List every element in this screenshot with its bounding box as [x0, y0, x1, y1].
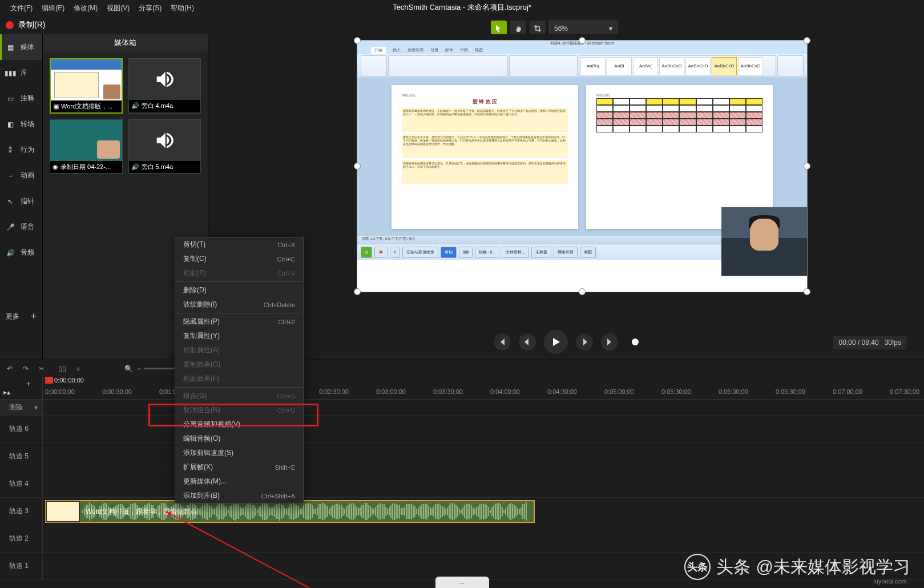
- menu-edit[interactable]: 编辑(E): [37, 1, 69, 15]
- tab-annotation[interactable]: ▭注释: [0, 86, 42, 111]
- context-menu-item[interactable]: 编辑音频(O): [175, 432, 303, 446]
- left-panel: ▦媒体 ▮▮▮库 ▭注释 ◧转场 ⁑行为 →动画 ↖指针 🎤语音 🔊音频 更多 …: [0, 34, 43, 360]
- timeline-clip[interactable]: Word文档排版，跟着学，照着做就会: [45, 500, 535, 523]
- canvas[interactable]: 初级4.3A 5期实操5 - Microsoft Word 开始 插入 页面布局…: [357, 40, 808, 292]
- redo-button[interactable]: ↷: [21, 364, 31, 374]
- marker-button[interactable]: ▿: [73, 364, 83, 374]
- context-menu-item[interactable]: 更新媒体(M)...: [175, 474, 303, 489]
- playhead[interactable]: [45, 377, 53, 384]
- cursor-icon: ↖: [6, 197, 15, 206]
- context-menu-item[interactable]: 扩展帧(X)Shift+E: [175, 460, 303, 474]
- record-icon[interactable]: [6, 21, 14, 29]
- track-label[interactable]: 轨道 1: [0, 553, 43, 579]
- step-forward-button[interactable]: [576, 333, 593, 351]
- cursor-time: 0:00:00;00: [54, 377, 84, 384]
- context-menu-item[interactable]: 复制(C)Ctrl+C: [175, 252, 303, 266]
- media-bin-title: 媒体箱: [43, 34, 208, 51]
- context-menu-item[interactable]: 复制属性(Y): [175, 329, 303, 343]
- preview-area: 初级4.3A 5期实操5 - Microsoft Word 开始 插入 页面布局…: [208, 34, 924, 360]
- word-table: [596, 98, 762, 132]
- context-menu-item[interactable]: 波纹删除(I)Ctrl+Delete: [175, 297, 303, 312]
- record-button[interactable]: 录制(R): [18, 20, 45, 30]
- media-item[interactable]: ▣Word文档排版，...: [50, 58, 123, 114]
- resize-handle[interactable]: [804, 163, 810, 170]
- media-item[interactable]: ◉录制日期 04-22-...: [50, 119, 123, 174]
- add-button[interactable]: +: [25, 308, 42, 325]
- resize-handle[interactable]: [804, 37, 810, 44]
- library-icon: ▮▮▮: [6, 69, 15, 78]
- audio-icon: 🔊: [131, 102, 139, 110]
- track-label[interactable]: 轨道 6: [0, 416, 43, 442]
- zoom-out-icon[interactable]: −: [137, 365, 141, 373]
- record-icon: ◉: [53, 163, 58, 171]
- tab-animation[interactable]: →动画: [0, 163, 42, 188]
- watermark-url: luyouqi.com: [873, 578, 907, 585]
- annotation-icon: ▭: [6, 94, 15, 103]
- watermark: 头条 头条 @未来媒体影视学习: [684, 554, 910, 580]
- track-dropdown[interactable]: 测验: [0, 400, 43, 415]
- context-menu-item: 粘贴属性(A): [175, 343, 303, 357]
- search-icon[interactable]: 🔍: [123, 364, 134, 374]
- audio-icon: 🔊: [131, 163, 139, 171]
- time-display: 00:00 / 08:40: [839, 339, 879, 347]
- resize-handle[interactable]: [804, 288, 810, 295]
- add-track-button[interactable]: +: [26, 379, 31, 388]
- resize-handle[interactable]: [579, 288, 586, 295]
- drawer-handle[interactable]: ︿: [435, 577, 489, 588]
- record-row: 录制(R): [0, 16, 924, 34]
- tab-library[interactable]: ▮▮▮库: [0, 60, 42, 86]
- media-item[interactable]: 🔊旁白 5.m4a: [128, 119, 201, 174]
- video-icon: ▣: [53, 103, 59, 110]
- tab-media[interactable]: ▦媒体: [0, 34, 42, 60]
- chevron-down-icon: ▾: [609, 25, 612, 33]
- menu-file[interactable]: 文件(F): [6, 1, 37, 15]
- context-menu-item[interactable]: 剪切(T)Ctrl+X: [175, 237, 303, 252]
- playback-controls: [494, 330, 639, 354]
- step-back-button[interactable]: [519, 333, 536, 351]
- track-label[interactable]: 轨道 3: [0, 498, 43, 525]
- more-button[interactable]: 更多: [0, 308, 25, 325]
- window-title: TechSmith Camtasia - 未命名项目.tscproj*: [393, 2, 531, 13]
- webcam-overlay: [721, 207, 807, 276]
- menu-view[interactable]: 视图(V): [102, 1, 134, 15]
- resize-handle[interactable]: [579, 37, 586, 44]
- fps-display: 30fps: [885, 339, 901, 347]
- split-button[interactable]: ▯▯: [57, 364, 67, 374]
- media-item[interactable]: 🔊旁白 4.m4a: [128, 58, 201, 114]
- tab-audio[interactable]: 🔊音频: [0, 240, 42, 265]
- track-label[interactable]: 轨道 2: [0, 525, 43, 552]
- undo-button[interactable]: ↶: [5, 364, 15, 374]
- next-frame-button[interactable]: [601, 333, 618, 351]
- time-ruler[interactable]: + ▸▴ 0:00:00;00 0:00:00;00 0:00:30;00 0:…: [0, 377, 924, 400]
- prev-frame-button[interactable]: [494, 333, 511, 351]
- track-collapse-icon[interactable]: ▸▴: [3, 388, 10, 396]
- play-button[interactable]: [544, 330, 568, 354]
- resize-handle[interactable]: [354, 37, 361, 44]
- menu-help[interactable]: 帮助(H): [166, 1, 199, 15]
- context-menu-item[interactable]: 分离音频和视频(V): [175, 417, 303, 432]
- timeline-toolbar: ↶ ↷ ✂ ▯▯ ▿ 🔍 − +: [0, 360, 924, 377]
- cut-button[interactable]: ✂: [37, 364, 47, 374]
- resize-handle[interactable]: [354, 288, 361, 295]
- menu-share[interactable]: 分享(S): [134, 1, 166, 15]
- menu-modify[interactable]: 修改(M): [69, 1, 102, 15]
- track-label[interactable]: 轨道 4: [0, 470, 43, 497]
- context-menu-item[interactable]: 添加到库(B)Ctrl+Shift+A: [175, 489, 303, 503]
- clip-title: Word文档排版，跟着学，照着做就会: [80, 507, 203, 517]
- context-menu-item[interactable]: 添加剪辑速度(S): [175, 446, 303, 460]
- context-menu-item: 粘贴(P)Ctrl+V: [175, 266, 303, 280]
- tracks: 测验 轨道 6 轨道 5 轨道 4 轨道 3 Word文档排版，跟着学，照着做就…: [0, 400, 924, 580]
- tab-behavior[interactable]: ⁑行为: [0, 137, 42, 163]
- behavior-icon: ⁑: [6, 146, 15, 155]
- tab-cursor[interactable]: ↖指针: [0, 188, 42, 214]
- tab-voice[interactable]: 🎤语音: [0, 214, 42, 240]
- transition-icon: ◧: [6, 120, 15, 129]
- track-label[interactable]: 轨道 5: [0, 443, 43, 470]
- resize-handle[interactable]: [354, 163, 361, 170]
- context-menu-item: 复制效果(O): [175, 357, 303, 372]
- context-menu-item: 粘贴效果(F): [175, 372, 303, 386]
- media-icon: ▦: [6, 43, 15, 52]
- context-menu-item[interactable]: 删除(D): [175, 283, 303, 297]
- context-menu-item[interactable]: 隐藏属性(P)Ctrl+2: [175, 315, 303, 329]
- tab-transition[interactable]: ◧转场: [0, 111, 42, 137]
